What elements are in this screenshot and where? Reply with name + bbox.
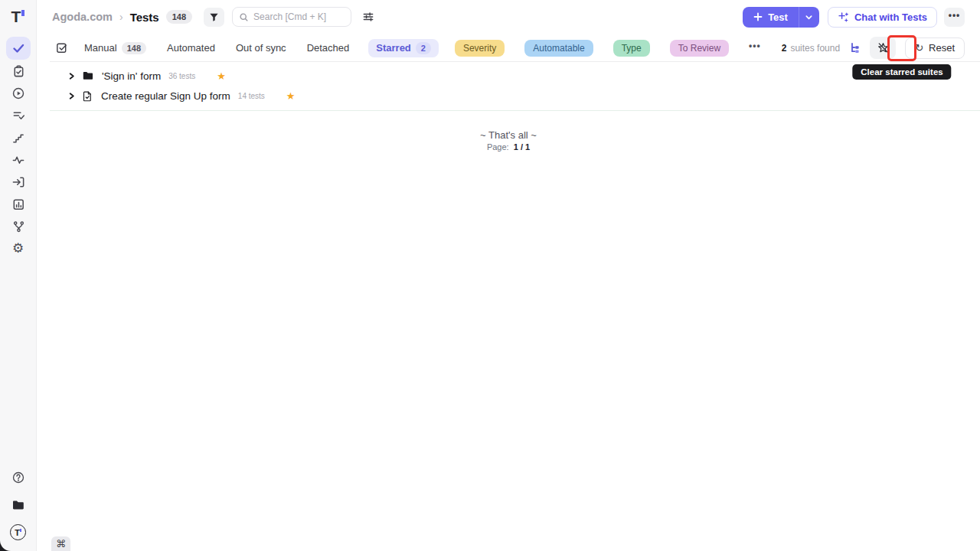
tab-starred[interactable]: Starred 2 (368, 39, 439, 57)
check-icon (11, 41, 25, 55)
funnel-icon (208, 11, 220, 23)
sidebar-item-steps[interactable] (6, 126, 31, 148)
sidebar-item-workspace[interactable]: T (6, 521, 31, 543)
page-value: 1 / 1 (514, 142, 530, 152)
edit-check-icon (55, 41, 68, 54)
sidebar-item-checklists[interactable] (6, 104, 31, 126)
filter-button[interactable] (204, 8, 224, 27)
chevron-right-icon[interactable] (67, 92, 76, 100)
file-check-icon (82, 90, 93, 102)
chevron-right-icon[interactable] (67, 72, 76, 80)
chat-with-tests-button[interactable]: Chat with Tests (828, 7, 937, 28)
help-circle-icon (11, 471, 25, 484)
add-test-split-button: Test (743, 7, 819, 28)
page-title: Tests (130, 11, 159, 24)
import-icon (11, 175, 25, 189)
gear-icon: ⚙ (12, 242, 24, 255)
results-count: 2 (782, 43, 787, 54)
tab-label: Automated (167, 42, 215, 54)
page-label: Page: (487, 142, 509, 152)
app-window: T (0, 0, 980, 551)
tab-count-badge: 2 (416, 42, 431, 54)
sidebar-item-help[interactable] (6, 466, 31, 488)
star-icon[interactable]: ★ (286, 90, 296, 102)
command-shortcut-button[interactable]: ⌘ (51, 536, 70, 551)
sidebar-item-import[interactable] (6, 171, 31, 193)
refresh-icon: ↻ (915, 42, 923, 54)
clipboard-check-icon (11, 64, 25, 78)
stairs-icon (11, 131, 25, 145)
filter-badge-automatable[interactable]: Automatable (524, 40, 593, 57)
more-filters-button[interactable]: ••• (749, 41, 761, 56)
list-check-icon (11, 109, 25, 122)
reset-label: Reset (929, 42, 955, 54)
filter-badge-severity[interactable]: Severity (455, 40, 505, 57)
filter-badge-type[interactable]: Type (613, 40, 650, 57)
tab-manual[interactable]: Manual 148 (83, 39, 148, 57)
chat-label: Chat with Tests (854, 11, 927, 23)
search-input[interactable] (253, 11, 345, 22)
end-of-list-message: ~ That's all ~ (37, 129, 980, 141)
plus-icon (753, 12, 763, 21)
list-end-divider (50, 110, 980, 111)
sidebar-item-runs[interactable] (6, 82, 31, 104)
star-off-icon (877, 41, 890, 54)
bulk-edit-button[interactable] (55, 41, 68, 54)
add-test-button[interactable]: Test (743, 7, 799, 28)
filter-bar: Manual 148 Automated Out of sync Detache… (37, 34, 980, 62)
folder-icon (11, 498, 25, 512)
sidebar-item-branches[interactable] (6, 215, 31, 237)
suite-row-create-sign-up[interactable]: Create regular Sign Up form 14 tests ★ (37, 86, 980, 106)
tab-detached[interactable]: Detached (305, 39, 351, 57)
reset-filters-button[interactable]: ↻ Reset (905, 37, 965, 59)
command-icon: ⌘ (56, 538, 66, 549)
filter-badge-to-review[interactable]: To Review (670, 40, 729, 57)
tab-count-badge: 148 (122, 42, 146, 54)
topbar: Agoda.com › Tests 148 (37, 0, 980, 34)
suite-row-sign-in-form[interactable]: 'Sign in' form 36 tests ★ (37, 66, 980, 86)
sidebar-item-reports[interactable] (6, 193, 31, 215)
suite-tests-count: 14 tests (238, 92, 265, 100)
suite-name[interactable]: Create regular Sign Up form (101, 90, 230, 102)
sidebar-item-projects[interactable] (6, 494, 31, 516)
workspace-logo-icon: T (10, 524, 26, 540)
sparkles-icon (838, 11, 849, 23)
chevron-down-icon (805, 13, 813, 21)
tree-view-button[interactable] (849, 41, 862, 54)
view-settings-button[interactable] (362, 11, 374, 23)
tab-label: Detached (307, 42, 350, 54)
activity-icon (11, 153, 25, 167)
pagination-status: Page: 1 / 1 (37, 142, 980, 152)
clear-starred-tooltip: Clear starred suites (852, 64, 951, 80)
filterbar-divider (50, 61, 980, 62)
chart-box-icon (11, 197, 25, 211)
tab-label: Starred (376, 42, 411, 54)
suite-name[interactable]: 'Sign in' form (102, 70, 161, 82)
git-branch-icon (11, 220, 25, 233)
tab-label: Out of sync (236, 42, 286, 54)
clear-starred-button[interactable] (870, 37, 896, 59)
search-icon (239, 12, 249, 22)
breadcrumb-separator: › (119, 11, 123, 23)
sidebar-item-test-plans[interactable] (6, 60, 31, 82)
suite-tests-count: 36 tests (168, 72, 195, 80)
sidebar-item-settings[interactable]: ⚙ (6, 237, 31, 259)
search-box (232, 7, 351, 27)
add-test-label: Test (768, 11, 788, 23)
tab-automated[interactable]: Automated (165, 39, 217, 57)
tests-count-badge: 148 (166, 10, 192, 24)
tab-out-of-sync[interactable]: Out of sync (234, 39, 288, 57)
results-label: suites found (790, 43, 840, 54)
suites-list: 'Sign in' form 36 tests ★ Create regular… (37, 66, 980, 106)
sidebar-item-analytics[interactable] (6, 148, 31, 171)
play-circle-icon (11, 86, 25, 100)
more-options-button[interactable]: ••• (944, 8, 965, 27)
sliders-icon (362, 11, 374, 23)
star-icon[interactable]: ★ (217, 70, 226, 82)
breadcrumb-project[interactable]: Agoda.com (52, 11, 113, 23)
app-logo[interactable]: T (11, 8, 25, 29)
sidebar-item-tests[interactable] (6, 37, 31, 60)
add-test-dropdown-button[interactable] (799, 7, 819, 28)
tab-label: Manual (84, 42, 117, 54)
sidebar: T (0, 0, 37, 551)
